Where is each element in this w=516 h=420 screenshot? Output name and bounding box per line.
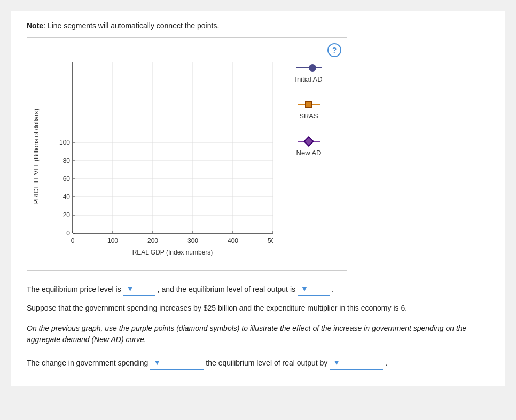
- suppose-line: Suppose that the government spending inc…: [27, 304, 489, 312]
- legend-item-new-ad: New AD: [279, 136, 338, 157]
- change-output-arrow: ▼: [333, 358, 340, 367]
- chart-svg: 0 20 40 60 80 100 0: [43, 52, 273, 260]
- svg-text:500: 500: [268, 237, 273, 244]
- svg-text:80: 80: [63, 157, 71, 164]
- eq-output-arrow: ▼: [301, 284, 308, 293]
- eq-output-dropdown[interactable]: ▼: [298, 282, 330, 296]
- initial-ad-line-right: [316, 67, 322, 68]
- svg-text:300: 300: [187, 237, 198, 244]
- svg-text:0: 0: [71, 237, 75, 244]
- note-text: : Line segments will automatically conne…: [43, 21, 219, 30]
- svg-text:0: 0: [66, 229, 70, 237]
- change-prefix: The change in government spending: [27, 359, 148, 367]
- legend-container: Initial AD SRAS: [274, 52, 338, 261]
- svg-text:400: 400: [228, 237, 238, 244]
- note-line: Note: Line segments will automatically c…: [27, 21, 489, 30]
- legend-item-initial-ad: Initial AD: [279, 62, 338, 83]
- legend-symbol-initial-ad: [296, 62, 322, 73]
- change-middle: the equilibrium level of real output by: [206, 359, 327, 367]
- chart-wrapper: ? PRICE LEVEL (Billions of dollars): [27, 37, 347, 271]
- svg-text:60: 60: [63, 175, 71, 183]
- legend-label-new-ad: New AD: [296, 149, 322, 157]
- svg-text:200: 200: [147, 237, 158, 244]
- legend-symbol-new-ad: [298, 136, 320, 147]
- sras-line-left: [298, 104, 306, 105]
- svg-text:100: 100: [107, 237, 118, 244]
- change-line: The change in government spending ▼ the …: [27, 356, 489, 370]
- svg-text:40: 40: [63, 193, 71, 201]
- page-container: Note: Line segments will automatically c…: [11, 11, 505, 386]
- equilibrium-line: The equilibrium price level is ▼ , and t…: [27, 282, 489, 296]
- eq-price-prefix: The equilibrium price level is: [27, 285, 121, 294]
- help-button[interactable]: ?: [327, 43, 341, 57]
- chart-svg-container: 0 20 40 60 80 100 0: [43, 52, 274, 261]
- legend-item-sras: SRAS: [279, 99, 338, 120]
- new-ad-symbol: [298, 138, 320, 145]
- svg-text:20: 20: [63, 211, 71, 219]
- eq-price-dropdown[interactable]: ▼: [123, 282, 155, 296]
- new-ad-diamond: [303, 136, 314, 147]
- sras-line-right: [312, 104, 320, 105]
- chart-area: PRICE LEVEL (Billions of dollars): [33, 52, 338, 261]
- italic-instruction: On the previous graph, use the purple po…: [27, 323, 489, 345]
- change-output-dropdown[interactable]: ▼: [330, 356, 383, 370]
- eq-price-arrow: ▼: [127, 284, 134, 293]
- legend-symbol-sras: [298, 99, 320, 110]
- change-type-dropdown[interactable]: ▼: [150, 356, 204, 370]
- y-axis-label: PRICE LEVEL (Billions of dollars): [33, 109, 40, 204]
- sras-square: [305, 101, 312, 108]
- change-type-arrow: ▼: [153, 358, 161, 367]
- svg-text:REAL GDP (Index numbers): REAL GDP (Index numbers): [132, 249, 213, 256]
- eq-suffix-text: .: [332, 285, 334, 294]
- initial-ad-symbol: [296, 64, 322, 72]
- sras-symbol: [298, 101, 320, 108]
- svg-text:100: 100: [59, 139, 70, 146]
- chart-content: 0 20 40 60 80 100 0: [43, 52, 338, 261]
- note-bold: Note: [27, 21, 43, 30]
- legend-label-sras: SRAS: [299, 112, 318, 120]
- initial-ad-circle: [309, 64, 316, 72]
- legend-label-initial-ad: Initial AD: [295, 75, 322, 83]
- eq-middle-text: , and the equilibrium level of real outp…: [158, 285, 295, 294]
- change-suffix: .: [385, 359, 387, 367]
